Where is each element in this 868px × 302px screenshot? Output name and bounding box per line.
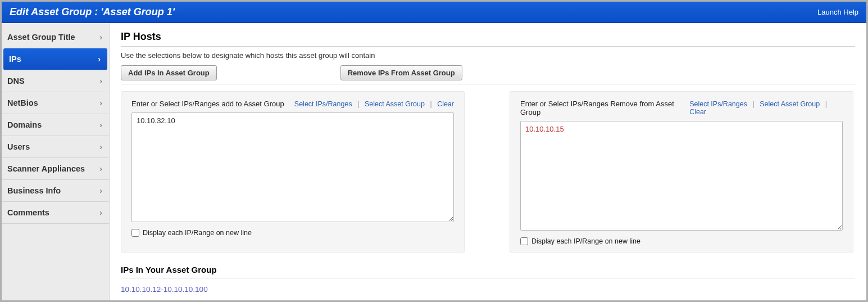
add-ips-panel: Enter or Select IPs/Ranges add to Asset … xyxy=(121,91,465,253)
chevron-right-icon: › xyxy=(99,164,102,173)
sidebar-item-label: IPs xyxy=(9,55,21,64)
sidebar-item-label: DNS xyxy=(7,76,25,85)
divider xyxy=(121,46,855,47)
remove-ips-button[interactable]: Remove IPs From Asset Group xyxy=(340,65,462,80)
add-ips-textarea[interactable] xyxy=(131,112,454,222)
panel-links: Select IPs/Ranges | Select Asset Group |… xyxy=(294,100,454,108)
sidebar-item-label: Scanner Appliances xyxy=(7,164,85,173)
sidebar-item-asset-group-title[interactable]: Asset Group Title › xyxy=(2,26,109,48)
add-newline-checkbox[interactable] xyxy=(131,229,139,237)
clear-link[interactable]: Clear xyxy=(689,108,706,116)
main-content: IP Hosts Use the selections below to des… xyxy=(110,23,866,300)
chevron-right-icon: › xyxy=(98,55,101,64)
sidebar-item-label: Comments xyxy=(7,208,49,217)
chevron-right-icon: › xyxy=(99,142,102,151)
chevron-right-icon: › xyxy=(99,186,102,195)
header-bar: Edit Asset Group : 'Asset Group 1' Launc… xyxy=(2,2,866,23)
sidebar-item-netbios[interactable]: NetBios › xyxy=(2,92,109,114)
chevron-right-icon: › xyxy=(99,33,102,42)
add-ips-button[interactable]: Add IPs In Asset Group xyxy=(121,65,217,80)
sidebar-item-label: NetBios xyxy=(7,98,38,107)
chevron-right-icon: › xyxy=(99,120,102,129)
clear-link[interactable]: Clear xyxy=(437,100,454,108)
sidebar-item-label: Asset Group Title xyxy=(7,33,75,42)
sidebar-item-scanner-appliances[interactable]: Scanner Appliances › xyxy=(2,158,109,180)
select-asset-group-link[interactable]: Select Asset Group xyxy=(365,100,425,108)
remove-newline-checkbox[interactable] xyxy=(520,237,528,245)
select-ips-link[interactable]: Select IPs/Ranges xyxy=(294,100,352,108)
divider xyxy=(121,84,855,84)
ips-in-group-heading: IPs In Your Asset Group xyxy=(121,265,855,274)
checkbox-label: Display each IP/Range on new line xyxy=(143,229,252,237)
remove-ips-textarea[interactable] xyxy=(520,121,843,231)
sidebar-item-comments[interactable]: Comments › xyxy=(2,202,109,224)
launch-help-link[interactable]: Launch Help xyxy=(817,8,858,16)
sidebar-item-label: Domains xyxy=(7,120,42,129)
select-asset-group-link[interactable]: Select Asset Group xyxy=(760,100,820,108)
remove-ips-panel: Enter or Select IPs/Ranges Remove from A… xyxy=(510,91,853,253)
ip-range-link[interactable]: 10.10.10.12-10.10.10.100 xyxy=(121,285,855,294)
sidebar-item-label: Business Info xyxy=(7,186,61,195)
panel-label: Enter or Select IPs/Ranges Remove from A… xyxy=(520,100,689,116)
chevron-right-icon: › xyxy=(99,208,102,217)
divider xyxy=(121,278,855,278)
sidebar-item-domains[interactable]: Domains › xyxy=(2,114,109,136)
section-heading: IP Hosts xyxy=(121,31,855,43)
checkbox-label: Display each IP/Range on new line xyxy=(531,237,640,245)
sidebar-item-users[interactable]: Users › xyxy=(2,136,109,158)
panel-links: Select IPs/Ranges | Select Asset Group |… xyxy=(689,100,843,116)
sidebar-item-ips[interactable]: IPs › xyxy=(3,48,107,70)
sidebar-item-business-info[interactable]: Business Info › xyxy=(2,180,109,202)
sidebar-item-dns[interactable]: DNS › xyxy=(2,70,109,92)
chevron-right-icon: › xyxy=(99,98,102,107)
page-title: Edit Asset Group : 'Asset Group 1' xyxy=(10,6,175,18)
sidebar-item-label: Users xyxy=(7,142,30,151)
section-description: Use the selections below to designate wh… xyxy=(121,51,855,60)
select-ips-link[interactable]: Select IPs/Ranges xyxy=(689,100,747,108)
chevron-right-icon: › xyxy=(99,76,102,85)
panel-label: Enter or Select IPs/Ranges add to Asset … xyxy=(131,100,284,108)
sidebar: Asset Group Title › IPs › DNS › NetBios … xyxy=(2,23,110,300)
